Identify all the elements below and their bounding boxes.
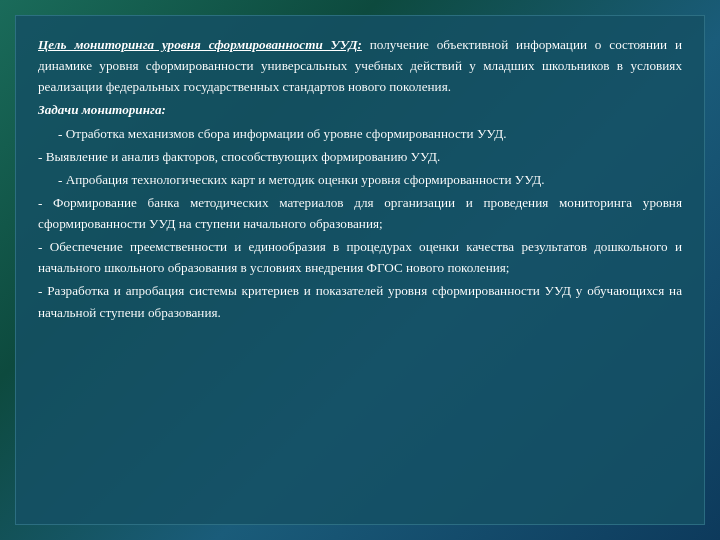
task6-paragraph: - Разработка и апробация системы критери…: [38, 280, 682, 322]
task5-span: - Обеспечение преемственности и единообр…: [38, 239, 682, 275]
tasks-label-paragraph: Задачи мониторинга:: [38, 99, 682, 120]
task6-span: - Разработка и апробация системы критери…: [38, 283, 682, 319]
task4-paragraph: - Формирование банка методических матери…: [38, 192, 682, 234]
title-paragraph: Цель мониторинга уровня сформированности…: [38, 34, 682, 97]
task5-paragraph: - Обеспечение преемственности и единообр…: [38, 236, 682, 278]
task3-span: - Апробация технологических карт и метод…: [58, 172, 544, 187]
main-content-box: Цель мониторинга уровня сформированности…: [15, 15, 705, 525]
task4-span: - Формирование банка методических матери…: [38, 195, 682, 231]
title-bold-span: Цель мониторинга уровня сформированности…: [38, 37, 362, 52]
tasks-label-span: Задачи мониторинга:: [38, 102, 166, 117]
task2-paragraph: - Выявление и анализ факторов, способств…: [38, 146, 682, 167]
task1-span: - Отработка механизмов сбора информации …: [58, 126, 507, 141]
task2-span: - Выявление и анализ факторов, способств…: [38, 149, 440, 164]
task1-paragraph: - Отработка механизмов сбора информации …: [38, 123, 682, 144]
task3-paragraph: - Апробация технологических карт и метод…: [38, 169, 682, 190]
content-text: Цель мониторинга уровня сформированности…: [38, 34, 682, 323]
